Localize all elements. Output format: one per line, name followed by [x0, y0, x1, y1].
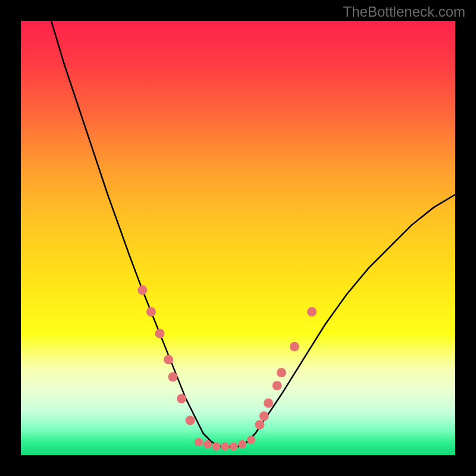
- chart-marker: [259, 411, 269, 421]
- chart-marker: [255, 420, 265, 430]
- chart-marker: [168, 372, 178, 382]
- chart-marker: [146, 307, 156, 317]
- chart-marker: [273, 381, 282, 390]
- chart-marker: [177, 394, 186, 403]
- bottleneck-curve: [51, 21, 455, 446]
- chart-plot-area: [21, 21, 455, 455]
- chart-marker: [238, 440, 246, 449]
- watermark-text: TheBottleneck.com: [343, 4, 465, 20]
- chart-marker: [290, 342, 299, 352]
- chart-marker: [186, 416, 195, 425]
- chart-svg: [21, 21, 455, 455]
- chart-marker: [155, 329, 165, 339]
- chart-marker: [307, 307, 317, 317]
- chart-marker: [277, 368, 286, 377]
- chart-markers: [137, 286, 317, 451]
- chart-marker: [247, 436, 255, 444]
- chart-marker: [164, 355, 173, 364]
- chart-marker: [203, 440, 212, 449]
- chart-marker: [221, 442, 229, 450]
- chart-marker: [230, 442, 238, 450]
- chart-marker: [137, 286, 147, 295]
- chart-marker: [195, 438, 203, 446]
- chart-marker: [264, 398, 273, 408]
- chart-marker: [212, 442, 221, 450]
